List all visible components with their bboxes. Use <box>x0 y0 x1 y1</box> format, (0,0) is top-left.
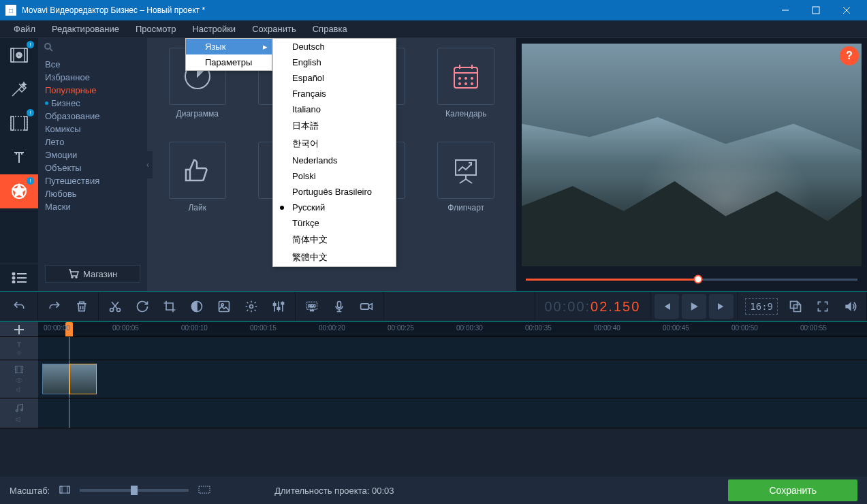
track-head-audio[interactable] <box>0 398 38 428</box>
language-item[interactable]: Español <box>273 70 396 86</box>
timeline-empty[interactable] <box>0 428 867 462</box>
menu-save[interactable]: Сохранить <box>244 22 304 36</box>
ruler-tick: 00:00:30 <box>456 324 483 332</box>
cut-button[interactable] <box>103 294 127 319</box>
category-item[interactable]: Объекты <box>38 161 147 174</box>
zoom-in-icon[interactable] <box>198 485 210 497</box>
minimize-button[interactable] <box>770 0 800 20</box>
svg-point-37 <box>465 83 467 84</box>
record-webcam-button[interactable] <box>354 294 379 319</box>
fullscreen-button[interactable] <box>810 294 835 319</box>
tool-titles[interactable] <box>0 140 38 174</box>
collapse-browser-button[interactable]: ‹ <box>143 151 153 178</box>
rotate-button[interactable] <box>130 294 155 319</box>
eye-icon[interactable] <box>15 377 23 384</box>
category-item[interactable]: Эмоции <box>38 148 147 161</box>
language-item[interactable]: 繁體中文 <box>273 249 396 266</box>
svg-line-46 <box>460 179 466 183</box>
eye-icon[interactable] <box>15 350 23 356</box>
ruler-scale[interactable]: 00:00:0000:00:0500:00:1000:00:1500:00:20… <box>38 322 867 336</box>
preview-viewport[interactable] <box>522 44 862 266</box>
zoom-slider[interactable] <box>80 489 189 492</box>
category-item[interactable]: Бизнес <box>38 97 147 110</box>
menu-help[interactable]: Справка <box>304 22 356 36</box>
language-item[interactable]: Nederlands <box>273 153 396 168</box>
record-screen-button[interactable]: REC <box>300 294 324 319</box>
svg-rect-78 <box>199 486 210 493</box>
track-head-video[interactable] <box>0 360 38 398</box>
zoom-knob[interactable] <box>131 486 138 495</box>
language-item[interactable]: Polski <box>273 168 396 184</box>
redo-button[interactable] <box>42 294 67 319</box>
footer: Масштаб: Длительность проекта: 00:03 Сох… <box>0 477 867 504</box>
tool-stickers[interactable]: ! <box>0 174 38 208</box>
image-button[interactable] <box>212 294 236 319</box>
scrubber-knob[interactable] <box>694 275 703 284</box>
category-item[interactable]: Комиксы <box>38 123 147 136</box>
language-item[interactable]: Português Brasileiro <box>273 184 396 200</box>
clip[interactable] <box>42 364 69 394</box>
timeline-ruler[interactable]: 00:00:0000:00:0500:00:1000:00:1500:00:20… <box>0 322 867 337</box>
tool-filters[interactable] <box>0 72 38 106</box>
search-icon <box>44 42 53 54</box>
language-item[interactable]: 简体中文 <box>273 231 396 249</box>
tool-transitions[interactable]: ! <box>0 106 38 140</box>
record-audio-button[interactable] <box>327 294 351 319</box>
left-toolbar: ! ! ! <box>0 38 38 291</box>
language-item[interactable]: English <box>273 54 396 70</box>
help-button[interactable]: ? <box>840 46 859 65</box>
gallery-item[interactable]: Флипчарт <box>426 142 507 223</box>
text-icon <box>14 341 25 348</box>
save-button[interactable]: Сохранить <box>728 479 857 501</box>
crop-button[interactable] <box>157 294 182 319</box>
close-button[interactable] <box>831 0 862 20</box>
category-item[interactable]: Лето <box>38 136 147 148</box>
menu-item-language[interactable]: Язык▸ <box>186 39 272 54</box>
language-item[interactable]: 日本語 <box>273 117 396 135</box>
preview-scrubber[interactable] <box>526 273 857 285</box>
language-item[interactable]: Italiano <box>273 101 396 117</box>
gallery-item[interactable]: Лайк <box>157 142 238 223</box>
category-item[interactable]: Путешествия <box>38 174 147 187</box>
prev-frame-button[interactable] <box>655 294 679 319</box>
category-item[interactable]: Все <box>38 58 147 71</box>
next-frame-button[interactable] <box>709 294 734 319</box>
play-button[interactable] <box>682 294 706 319</box>
menu-file[interactable]: Файл <box>5 22 44 36</box>
speaker-icon[interactable] <box>15 415 23 424</box>
gallery-item[interactable]: Календарь <box>426 48 507 129</box>
menu-edit[interactable]: Редактирование <box>44 22 127 36</box>
category-item[interactable]: Избранное <box>38 71 147 84</box>
detach-button[interactable] <box>783 294 808 319</box>
store-button[interactable]: Магазин <box>45 265 140 283</box>
zoom-out-icon[interactable] <box>59 485 70 497</box>
maximize-button[interactable] <box>800 0 831 20</box>
language-item[interactable]: Türkçe <box>273 215 396 231</box>
tool-import[interactable]: ! <box>0 38 38 72</box>
volume-button[interactable] <box>838 294 862 319</box>
language-item[interactable]: Deutsch <box>273 39 396 54</box>
language-item[interactable]: Français <box>273 86 396 101</box>
menu-settings[interactable]: Настройки <box>184 22 244 36</box>
category-item[interactable]: Популярные <box>38 84 147 97</box>
equalizer-button[interactable] <box>266 294 291 319</box>
delete-button[interactable] <box>69 294 94 319</box>
svg-point-33 <box>459 78 460 79</box>
clip-selected[interactable] <box>69 364 97 394</box>
clip-properties-button[interactable] <box>239 294 264 319</box>
menu-item-params[interactable]: Параметры <box>186 54 272 70</box>
category-item[interactable]: Маски <box>38 200 147 213</box>
speaker-icon[interactable] <box>15 386 23 394</box>
track-head-titles[interactable] <box>0 337 38 360</box>
add-track-button[interactable] <box>0 322 38 336</box>
category-item[interactable]: Любовь <box>38 187 147 200</box>
ruler-tick: 00:00:40 <box>594 324 620 332</box>
color-adjust-button[interactable] <box>185 294 209 319</box>
language-item[interactable]: 한국어 <box>273 135 396 153</box>
menu-view[interactable]: Просмотр <box>127 22 184 36</box>
language-item[interactable]: Русский <box>273 200 396 215</box>
undo-button[interactable] <box>7 294 31 319</box>
aspect-ratio[interactable]: 16:9 <box>745 298 778 315</box>
category-item[interactable]: Образование <box>38 110 147 123</box>
tool-more[interactable] <box>0 264 38 291</box>
